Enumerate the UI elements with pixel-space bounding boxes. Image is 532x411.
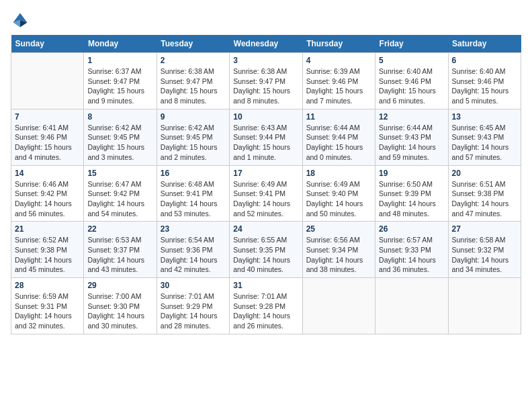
calendar-cell: 12Sunrise: 6:44 AMSunset: 9:43 PMDayligh… xyxy=(375,109,448,165)
calendar-cell: 22Sunrise: 6:53 AMSunset: 9:37 PMDayligh… xyxy=(84,222,157,278)
calendar-cell: 6Sunrise: 6:40 AMSunset: 9:46 PMDaylight… xyxy=(448,53,521,109)
day-info: Sunrise: 6:45 AMSunset: 9:43 PMDaylight:… xyxy=(452,123,517,163)
day-number: 9 xyxy=(161,112,226,122)
day-number: 28 xyxy=(15,281,80,290)
calendar-cell: 29Sunrise: 7:00 AMSunset: 9:30 PMDayligh… xyxy=(84,278,157,334)
calendar-cell: 17Sunrise: 6:49 AMSunset: 9:41 PMDayligh… xyxy=(230,165,302,222)
calendar-cell xyxy=(302,278,375,334)
calendar-cell: 24Sunrise: 6:55 AMSunset: 9:35 PMDayligh… xyxy=(230,222,302,278)
day-info: Sunrise: 6:57 AMSunset: 9:33 PMDaylight:… xyxy=(379,235,444,275)
calendar-cell: 31Sunrise: 7:01 AMSunset: 9:28 PMDayligh… xyxy=(230,278,302,334)
calendar-cell: 18Sunrise: 6:49 AMSunset: 9:40 PMDayligh… xyxy=(302,165,375,222)
calendar-cell: 10Sunrise: 6:43 AMSunset: 9:44 PMDayligh… xyxy=(230,109,302,165)
day-info: Sunrise: 6:38 AMSunset: 9:47 PMDaylight:… xyxy=(233,66,298,106)
day-number: 26 xyxy=(379,224,444,234)
day-info: Sunrise: 6:52 AMSunset: 9:38 PMDaylight:… xyxy=(15,235,80,275)
day-info: Sunrise: 6:47 AMSunset: 9:42 PMDaylight:… xyxy=(87,179,152,219)
calendar-cell: 27Sunrise: 6:58 AMSunset: 9:32 PMDayligh… xyxy=(448,222,521,278)
logo-icon xyxy=(11,11,30,30)
calendar-cell: 9Sunrise: 6:42 AMSunset: 9:45 PMDaylight… xyxy=(157,109,229,165)
calendar-cell: 7Sunrise: 6:41 AMSunset: 9:46 PMDaylight… xyxy=(11,109,84,165)
day-number: 27 xyxy=(452,224,517,234)
day-number: 4 xyxy=(306,56,371,65)
page-header xyxy=(11,11,521,30)
day-number: 18 xyxy=(306,169,371,178)
day-number: 2 xyxy=(161,56,226,65)
calendar-week-row: 14Sunrise: 6:46 AMSunset: 9:42 PMDayligh… xyxy=(11,165,521,222)
day-number: 3 xyxy=(233,56,298,65)
day-info: Sunrise: 6:40 AMSunset: 9:46 PMDaylight:… xyxy=(452,66,517,106)
calendar-cell: 11Sunrise: 6:44 AMSunset: 9:44 PMDayligh… xyxy=(302,109,375,165)
day-info: Sunrise: 7:01 AMSunset: 9:29 PMDaylight:… xyxy=(161,291,226,331)
calendar-table: SundayMondayTuesdayWednesdayThursdayFrid… xyxy=(11,35,521,334)
day-number: 8 xyxy=(87,112,152,122)
calendar-cell: 25Sunrise: 6:56 AMSunset: 9:34 PMDayligh… xyxy=(302,222,375,278)
logo xyxy=(11,11,32,30)
day-info: Sunrise: 6:44 AMSunset: 9:43 PMDaylight:… xyxy=(379,123,444,163)
day-number: 13 xyxy=(452,112,517,122)
day-info: Sunrise: 6:55 AMSunset: 9:35 PMDaylight:… xyxy=(233,235,298,275)
day-number: 20 xyxy=(452,169,517,178)
weekday-header: Wednesday xyxy=(230,35,302,53)
weekday-header: Saturday xyxy=(448,35,521,53)
day-number: 31 xyxy=(233,281,298,290)
day-info: Sunrise: 6:54 AMSunset: 9:36 PMDaylight:… xyxy=(161,235,226,275)
day-info: Sunrise: 7:00 AMSunset: 9:30 PMDaylight:… xyxy=(87,291,152,331)
day-info: Sunrise: 6:53 AMSunset: 9:37 PMDaylight:… xyxy=(87,235,152,275)
day-number: 21 xyxy=(15,224,80,234)
day-info: Sunrise: 6:42 AMSunset: 9:45 PMDaylight:… xyxy=(87,123,152,163)
day-info: Sunrise: 6:49 AMSunset: 9:40 PMDaylight:… xyxy=(306,179,371,219)
calendar-cell: 15Sunrise: 6:47 AMSunset: 9:42 PMDayligh… xyxy=(84,165,157,222)
weekday-header: Tuesday xyxy=(157,35,229,53)
calendar-cell: 30Sunrise: 7:01 AMSunset: 9:29 PMDayligh… xyxy=(157,278,229,334)
day-number: 1 xyxy=(87,56,152,65)
day-number: 24 xyxy=(233,224,298,234)
calendar-cell: 4Sunrise: 6:39 AMSunset: 9:46 PMDaylight… xyxy=(302,53,375,109)
day-number: 19 xyxy=(379,169,444,178)
calendar-cell: 1Sunrise: 6:37 AMSunset: 9:47 PMDaylight… xyxy=(84,53,157,109)
day-number: 15 xyxy=(87,169,152,178)
day-info: Sunrise: 6:58 AMSunset: 9:32 PMDaylight:… xyxy=(452,235,517,275)
day-info: Sunrise: 6:49 AMSunset: 9:41 PMDaylight:… xyxy=(233,179,298,219)
weekday-header-row: SundayMondayTuesdayWednesdayThursdayFrid… xyxy=(11,35,521,53)
day-number: 29 xyxy=(87,281,152,290)
day-number: 14 xyxy=(15,169,80,178)
calendar-week-row: 28Sunrise: 6:59 AMSunset: 9:31 PMDayligh… xyxy=(11,278,521,334)
day-number: 5 xyxy=(379,56,444,65)
calendar-cell: 28Sunrise: 6:59 AMSunset: 9:31 PMDayligh… xyxy=(11,278,84,334)
calendar-cell: 19Sunrise: 6:50 AMSunset: 9:39 PMDayligh… xyxy=(375,165,448,222)
calendar-cell: 13Sunrise: 6:45 AMSunset: 9:43 PMDayligh… xyxy=(448,109,521,165)
day-info: Sunrise: 7:01 AMSunset: 9:28 PMDaylight:… xyxy=(233,291,298,331)
day-number: 11 xyxy=(306,112,371,122)
calendar-cell: 23Sunrise: 6:54 AMSunset: 9:36 PMDayligh… xyxy=(157,222,229,278)
calendar-week-row: 7Sunrise: 6:41 AMSunset: 9:46 PMDaylight… xyxy=(11,109,521,165)
day-info: Sunrise: 6:39 AMSunset: 9:46 PMDaylight:… xyxy=(306,66,371,106)
calendar-cell xyxy=(375,278,448,334)
weekday-header: Friday xyxy=(375,35,448,53)
day-number: 6 xyxy=(452,56,517,65)
day-number: 22 xyxy=(87,224,152,234)
calendar-cell: 21Sunrise: 6:52 AMSunset: 9:38 PMDayligh… xyxy=(11,222,84,278)
day-number: 7 xyxy=(15,112,80,122)
calendar-cell: 3Sunrise: 6:38 AMSunset: 9:47 PMDaylight… xyxy=(230,53,302,109)
day-info: Sunrise: 6:43 AMSunset: 9:44 PMDaylight:… xyxy=(233,123,298,163)
calendar-week-row: 21Sunrise: 6:52 AMSunset: 9:38 PMDayligh… xyxy=(11,222,521,278)
day-info: Sunrise: 6:40 AMSunset: 9:46 PMDaylight:… xyxy=(379,66,444,106)
calendar-cell xyxy=(11,53,84,109)
day-number: 25 xyxy=(306,224,371,234)
day-number: 10 xyxy=(233,112,298,122)
day-info: Sunrise: 6:46 AMSunset: 9:42 PMDaylight:… xyxy=(15,179,80,219)
calendar-cell: 2Sunrise: 6:38 AMSunset: 9:47 PMDaylight… xyxy=(157,53,229,109)
day-info: Sunrise: 6:59 AMSunset: 9:31 PMDaylight:… xyxy=(15,291,80,331)
calendar-cell: 5Sunrise: 6:40 AMSunset: 9:46 PMDaylight… xyxy=(375,53,448,109)
day-number: 12 xyxy=(379,112,444,122)
day-info: Sunrise: 6:56 AMSunset: 9:34 PMDaylight:… xyxy=(306,235,371,275)
calendar-week-row: 1Sunrise: 6:37 AMSunset: 9:47 PMDaylight… xyxy=(11,53,521,109)
day-info: Sunrise: 6:41 AMSunset: 9:46 PMDaylight:… xyxy=(15,123,80,163)
weekday-header: Sunday xyxy=(11,35,84,53)
day-info: Sunrise: 6:51 AMSunset: 9:38 PMDaylight:… xyxy=(452,179,517,219)
weekday-header: Monday xyxy=(84,35,157,53)
day-info: Sunrise: 6:48 AMSunset: 9:41 PMDaylight:… xyxy=(161,179,226,219)
calendar-cell: 14Sunrise: 6:46 AMSunset: 9:42 PMDayligh… xyxy=(11,165,84,222)
day-info: Sunrise: 6:50 AMSunset: 9:39 PMDaylight:… xyxy=(379,179,444,219)
